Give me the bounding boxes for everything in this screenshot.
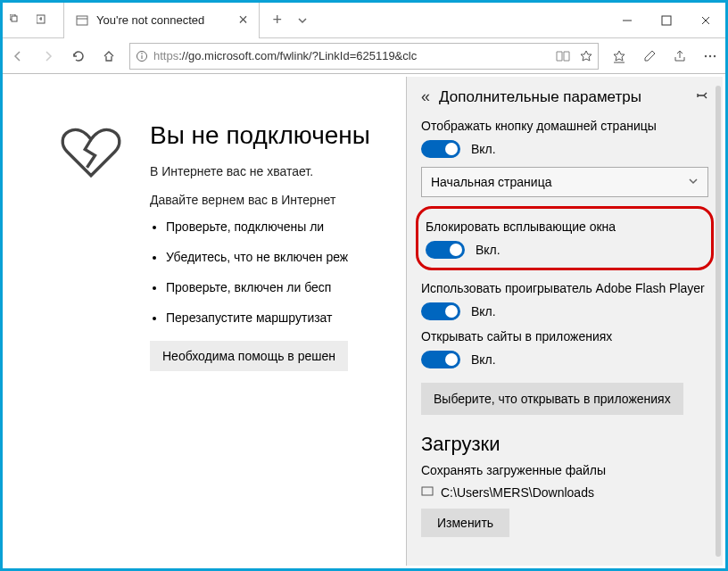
svg-point-9 bbox=[141, 53, 143, 54]
advanced-settings-panel: « Дополнительные параметры Отображать кн… bbox=[406, 77, 723, 566]
new-tab-icon[interactable]: + bbox=[265, 3, 290, 38]
broken-heart-icon bbox=[59, 121, 123, 186]
apps-toggle-row: Вкл. bbox=[421, 351, 708, 368]
home-button-toggle[interactable] bbox=[421, 140, 460, 158]
toggle-state: Вкл. bbox=[471, 142, 496, 156]
home-button-toggle-row: Вкл. bbox=[421, 140, 708, 158]
apps-toggle[interactable] bbox=[421, 351, 460, 368]
panel-back-icon[interactable]: « bbox=[421, 87, 430, 106]
back-icon[interactable] bbox=[3, 38, 33, 74]
home-button-label: Отображать кнопку домашней страницы bbox=[421, 119, 708, 133]
svg-point-11 bbox=[705, 54, 707, 56]
tab-actions: + bbox=[265, 3, 315, 38]
panel-title: Дополнительные параметры bbox=[439, 88, 696, 106]
highlighted-popup-section: Блокировать всплывающие окна Вкл. bbox=[416, 206, 714, 270]
home-icon[interactable] bbox=[94, 38, 124, 74]
favorites-list-icon[interactable] bbox=[604, 38, 634, 74]
downloads-heading: Загрузки bbox=[421, 433, 708, 456]
help-button[interactable]: Необходима помощь в решен bbox=[150, 341, 348, 371]
list-item: Проверьте, подключены ли bbox=[166, 219, 370, 234]
downloads-sub: Сохранять загруженные файлы bbox=[421, 463, 708, 477]
toggle-state: Вкл. bbox=[476, 243, 500, 257]
panel-header: « Дополнительные параметры bbox=[421, 87, 708, 106]
reading-view-icon[interactable] bbox=[551, 50, 575, 62]
change-button[interactable]: Изменить bbox=[421, 509, 509, 537]
maximize-icon[interactable] bbox=[647, 3, 686, 38]
flash-toggle-row: Вкл. bbox=[421, 302, 708, 320]
window-controls bbox=[608, 3, 725, 38]
chevron-down-icon bbox=[688, 175, 699, 189]
list-item: Убедитесь, что не включен реж bbox=[166, 250, 370, 264]
browser-tab[interactable]: You're not connected × bbox=[63, 3, 260, 38]
tab-dropdown-icon[interactable] bbox=[290, 3, 315, 38]
apps-label: Открывать сайты в приложениях bbox=[421, 329, 708, 343]
popup-toggle[interactable] bbox=[426, 241, 465, 259]
share-icon[interactable] bbox=[665, 38, 695, 74]
close-icon[interactable] bbox=[686, 3, 725, 38]
refresh-icon[interactable] bbox=[63, 38, 94, 74]
minimize-icon[interactable] bbox=[608, 3, 647, 38]
notes-icon[interactable] bbox=[634, 38, 665, 74]
site-info-icon[interactable] bbox=[130, 50, 153, 62]
tab-close-icon[interactable]: × bbox=[238, 11, 248, 29]
page-subtext-2: Давайте вернем вас в Интернет bbox=[150, 193, 370, 207]
svg-point-13 bbox=[714, 54, 716, 56]
svg-rect-6 bbox=[662, 16, 671, 25]
content-area: Вы не подключены В Интернете вас не хват… bbox=[5, 77, 723, 566]
pin-icon[interactable] bbox=[696, 89, 708, 105]
list-item: Перезапустите маршрутизат bbox=[166, 310, 370, 325]
forward-icon bbox=[33, 38, 63, 74]
set-aside-group bbox=[3, 3, 56, 38]
url-input[interactable]: https://go.microsoft.com/fwlink/?LinkId=… bbox=[129, 43, 599, 70]
favorite-icon[interactable] bbox=[575, 50, 598, 62]
select-value: Начальная страница bbox=[431, 175, 551, 189]
suggestion-list: Проверьте, подключены ли Убедитесь, что … bbox=[166, 219, 370, 325]
folder-icon bbox=[421, 484, 434, 500]
startup-select[interactable]: Начальная страница bbox=[421, 167, 708, 197]
set-aside-icon[interactable] bbox=[29, 3, 56, 38]
downloads-path: C:\Users\MERS\Downloads bbox=[441, 485, 594, 500]
list-item: Проверьте, включен ли бесп bbox=[166, 280, 370, 294]
svg-rect-1 bbox=[12, 16, 17, 21]
flash-toggle[interactable] bbox=[421, 302, 460, 320]
tabs-preview-icon[interactable] bbox=[3, 3, 29, 38]
panel-scrollbar[interactable] bbox=[716, 86, 721, 557]
downloads-path-row: C:\Users\MERS\Downloads bbox=[421, 484, 708, 500]
page-heading: Вы не подключены bbox=[150, 121, 370, 150]
popup-toggle-row: Вкл. bbox=[426, 241, 704, 259]
svg-rect-14 bbox=[422, 487, 433, 495]
page-subtext-1: В Интернете вас не хватает. bbox=[150, 164, 370, 178]
settings-more-icon[interactable] bbox=[695, 38, 725, 74]
svg-point-12 bbox=[709, 54, 711, 56]
url-text: https://go.microsoft.com/fwlink/?LinkId=… bbox=[153, 49, 551, 62]
flash-label: Использовать проигрыватель Adobe Flash P… bbox=[421, 281, 708, 295]
tab-favicon-icon bbox=[75, 13, 89, 28]
svg-rect-3 bbox=[77, 16, 87, 25]
toggle-state: Вкл. bbox=[471, 352, 496, 367]
popup-block-label: Блокировать всплывающие окна bbox=[426, 219, 704, 234]
toggle-state: Вкл. bbox=[471, 304, 496, 319]
tab-title: You're not connected bbox=[96, 13, 204, 27]
titlebar: You're not connected × + bbox=[3, 3, 725, 38]
choose-apps-button[interactable]: Выберите, что открывать в приложениях bbox=[421, 383, 683, 415]
address-bar: https://go.microsoft.com/fwlink/?LinkId=… bbox=[3, 38, 725, 74]
